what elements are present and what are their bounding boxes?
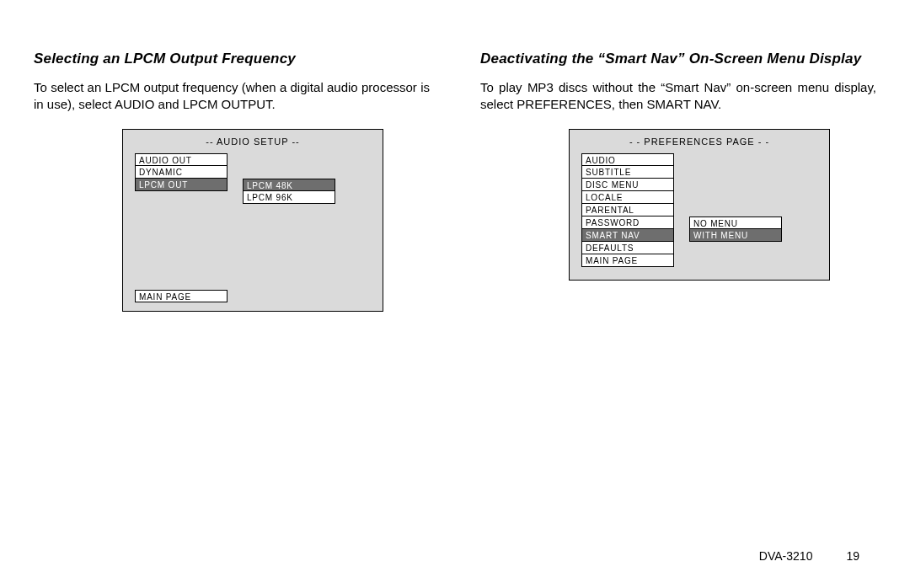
menu-item-audio[interactable]: AUDIO <box>581 153 674 166</box>
left-heading: Selecting an LPCM Output Frequency <box>34 51 430 67</box>
submenu-no-menu[interactable]: NO MENU <box>689 216 782 229</box>
osd-title: - - PREFERENCES PAGE - - <box>570 136 829 147</box>
model-number: DVA-3210 <box>759 549 813 563</box>
menu-item-disc-menu[interactable]: DISC MENU <box>581 179 674 191</box>
menu-item-smart-nav[interactable]: SMART NAV <box>581 229 674 242</box>
menu-item-defaults[interactable]: DEFAULTS <box>581 242 674 254</box>
submenu-lpcm96k[interactable]: LPCM 96K <box>243 191 335 204</box>
menu-item-main-page[interactable]: MAIN PAGE <box>135 290 228 302</box>
menu-item-lpcm-out[interactable]: LPCM OUT <box>135 179 228 191</box>
right-heading: Deactivating the “Smart Nav” On-Screen M… <box>480 51 876 67</box>
menu-item-audio-out[interactable]: AUDIO OUT <box>135 153 228 166</box>
osd-submenu: LPCM 48K LPCM 96K <box>243 153 335 271</box>
menu-item-locale[interactable]: LOCALE <box>581 191 674 204</box>
submenu-lpcm48k[interactable]: LPCM 48K <box>243 179 335 191</box>
right-paragraph: To play MP3 discs without the “Smart Nav… <box>480 79 876 114</box>
menu-item-main-page[interactable]: MAIN PAGE <box>581 254 674 267</box>
osd-menu-left: AUDIO OUT DYNAMIC LPCM OUT <box>135 153 228 271</box>
menu-item-parental[interactable]: PARENTAL <box>581 204 674 216</box>
osd-title: -- AUDIO SETUP -- <box>123 136 383 147</box>
audio-setup-osd: -- AUDIO SETUP -- AUDIO OUT DYNAMIC LPCM… <box>122 129 383 312</box>
menu-item-password[interactable]: PASSWORD <box>581 216 674 229</box>
menu-item-subtitle[interactable]: SUBTITLE <box>581 166 674 179</box>
left-paragraph: To select an LPCM output frequency (when… <box>34 79 430 114</box>
page-number: 19 <box>846 549 859 563</box>
preferences-osd: - - PREFERENCES PAGE - - AUDIO SUBTITLE … <box>569 129 830 281</box>
menu-item-dynamic[interactable]: DYNAMIC <box>135 166 228 179</box>
osd-submenu: NO MENU WITH MENU <box>689 153 782 271</box>
page-footer: DVA-3210 19 <box>759 549 859 563</box>
osd-menu-left: AUDIO SUBTITLE DISC MENU LOCALE PARENTAL… <box>581 153 674 271</box>
submenu-with-menu[interactable]: WITH MENU <box>689 229 782 242</box>
